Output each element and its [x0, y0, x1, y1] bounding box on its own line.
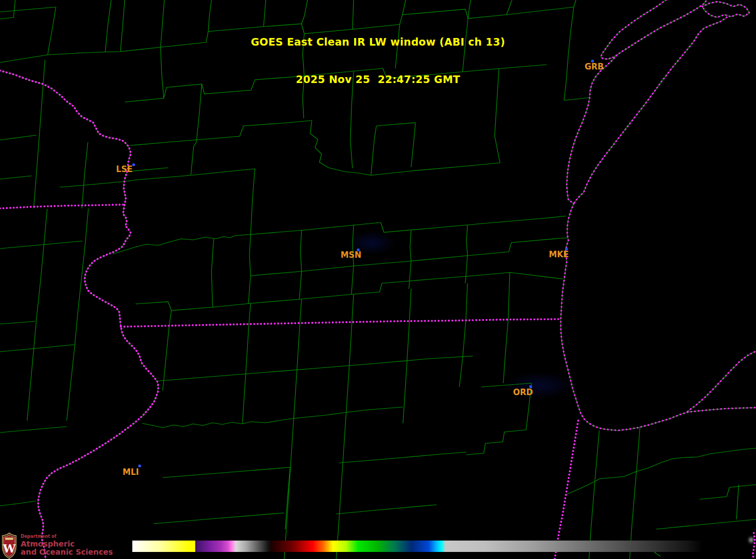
shoreline-green: [561, 55, 756, 430]
county-boundary-line: [381, 216, 566, 232]
uw-aos-logo: W Department of Atmospheric and Oceanic …: [2, 532, 113, 559]
river-state-border-dotted: [0, 71, 158, 559]
county-boundary-line: [128, 168, 168, 171]
county-boundary-line: [299, 271, 302, 299]
svg-text:W: W: [2, 542, 16, 555]
state-border-dotted: [121, 319, 561, 327]
county-boundary-line: [310, 120, 371, 175]
county-boundary-line: [251, 169, 255, 234]
county-boundary-line: [589, 430, 599, 559]
state-border-dotted: [753, 533, 755, 559]
county-boundary-line: [27, 350, 34, 421]
county-boundary-line: [376, 123, 415, 126]
county-boundary-line: [130, 120, 312, 145]
county-boundary-line: [136, 272, 563, 310]
county-boundary-line: [169, 310, 171, 326]
county-boundary-line: [409, 289, 411, 321]
county-boundary-line: [503, 320, 508, 383]
county-boundary-line: [300, 230, 302, 271]
county-boundary-line: [191, 169, 255, 175]
county-boundary-line: [466, 283, 467, 320]
county-boundary-line: [158, 356, 473, 381]
county-boundary-line: [403, 321, 409, 423]
logo-line-3: and Oceanic Sciences: [21, 548, 113, 556]
county-boundary-line: [153, 513, 284, 524]
county-boundary-line: [466, 430, 526, 455]
county-boundary-line: [248, 276, 251, 303]
county-boundary-line: [285, 467, 290, 529]
logo-dept-line: Department of: [21, 534, 113, 539]
shoreline-dotted: [561, 55, 756, 430]
shoreline-green: [688, 351, 756, 411]
logo-line-2: Atmospheric: [21, 540, 113, 548]
county-boundary-line: [574, 0, 576, 7]
county-boundary-line: [482, 383, 531, 387]
station-dot: [132, 163, 135, 166]
county-boundary-line: [508, 272, 510, 320]
logo-text: Department of Atmospheric and Oceanic Sc…: [21, 532, 113, 556]
station-dot: [565, 247, 568, 250]
county-boundary-line: [249, 303, 251, 324]
county-boundary-line: [163, 467, 290, 478]
title-line-1: GOES East Clean IR LW window (ABI ch 13): [0, 36, 756, 48]
county-boundary-line: [409, 261, 411, 289]
county-boundary-line: [656, 519, 756, 529]
county-boundary-line: [736, 485, 739, 519]
image-title: GOES East Clean IR LW window (ABI ch 13)…: [0, 11, 756, 111]
county-boundary-line: [410, 231, 411, 261]
county-boundary-line: [300, 299, 302, 323]
county-boundary-line: [630, 428, 640, 559]
county-boundary-line: [34, 209, 47, 350]
ir-temperature-colorbar: [132, 541, 702, 552]
state-border-dotted: [0, 205, 123, 208]
satellite-image-canvas: GOES East Clean IR LW window (ABI ch 13)…: [0, 0, 756, 559]
shoreline-dotted: [688, 351, 756, 411]
county-boundary-line: [212, 239, 214, 307]
county-boundary-line: [565, 448, 756, 495]
station-dot: [357, 249, 360, 251]
station-label: MKE: [549, 251, 569, 259]
county-boundary-line: [459, 320, 466, 387]
county-boundary-line: [336, 322, 352, 559]
county-boundary-line: [284, 323, 300, 559]
uw-crest-icon: W: [2, 532, 17, 559]
county-boundary-line: [0, 427, 67, 433]
station-dot: [529, 385, 532, 388]
county-boundary-line: [113, 223, 381, 254]
station-label: MLI: [123, 468, 139, 477]
county-boundary-line: [142, 407, 403, 428]
county-boundary-line: [371, 163, 500, 175]
station-dot: [138, 465, 141, 467]
county-boundary-line: [163, 326, 169, 391]
title-line-2: 2025 Nov 25 22:47:25 GMT: [0, 73, 756, 86]
county-boundary-line: [371, 126, 376, 175]
county-boundary-line: [249, 234, 251, 276]
county-boundary-line: [336, 505, 437, 514]
county-boundary-line: [0, 501, 36, 506]
county-boundary-line: [339, 452, 466, 463]
county-boundary-line: [0, 241, 82, 249]
county-boundary-line: [466, 225, 467, 256]
county-boundary-line: [0, 321, 35, 324]
county-boundary-line: [411, 123, 415, 167]
county-boundary-line: [82, 142, 88, 208]
county-boundary-line: [351, 266, 354, 294]
state-border-dotted: [555, 421, 578, 559]
county-boundary-line: [352, 294, 354, 322]
county-boundary-line: [0, 135, 36, 140]
county-boundary-line: [700, 485, 756, 499]
county-boundary-line: [251, 238, 567, 276]
station-label: LSE: [116, 166, 133, 174]
county-boundary-line: [67, 208, 88, 421]
station-label: MSN: [341, 251, 361, 259]
station-label: ORD: [513, 389, 533, 397]
river-line-green: [0, 71, 158, 559]
county-boundary-line: [0, 176, 31, 179]
county-boundary-line: [0, 345, 74, 352]
county-boundary-line: [465, 256, 467, 283]
